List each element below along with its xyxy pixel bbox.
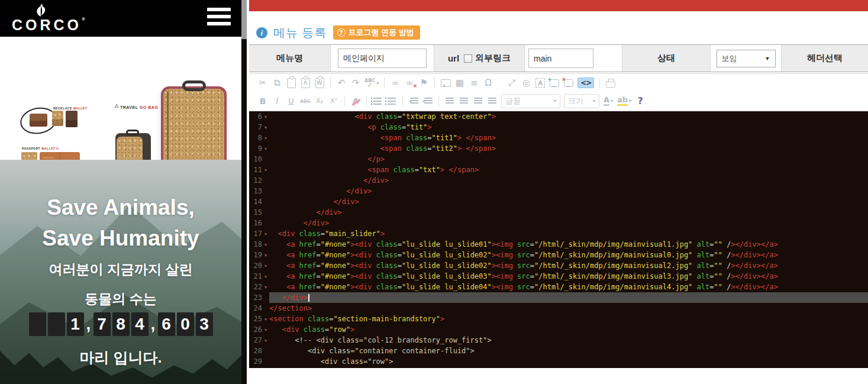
print-icon[interactable] [605,77,616,89]
strike-icon[interactable]: abc [300,95,311,107]
copy-icon[interactable]: ⧉ [272,77,282,89]
horizontal-line-icon[interactable]: ≡ [469,77,479,89]
code-line[interactable]: 20▼ <a href="#none"><div class="lu_slide… [249,260,868,271]
fold-arrow-icon[interactable]: ▼ [262,143,269,154]
code-line[interactable]: 18▼ <a href="#none"><div class="lu_slide… [249,239,868,250]
fold-arrow-icon[interactable]: ▼ [262,122,269,133]
code-line[interactable]: 10 </p> [249,154,868,164]
link-icon[interactable]: ∞ [390,77,401,89]
code-line[interactable]: 6▼ <div class="txtwrap text-center"> [249,111,868,122]
code-line[interactable]: 11▼ <span class="txt"> </span> [249,164,868,175]
line-number: 28 [249,346,262,356]
fold-arrow-icon[interactable]: ▼ [262,324,269,335]
code-line[interactable]: 30 <div class="col-12 col-xl-7 text-cent… [249,367,868,368]
unlink-icon[interactable]: ∞× [404,77,415,89]
preview-scrollbar-thumb[interactable] [241,0,247,39]
code-line[interactable]: 8▼ <span class="tit1"> </span> [249,133,868,143]
hamburger-menu-icon[interactable] [207,8,231,29]
code-line[interactable]: 19▼ <a href="#none"><div class="lu_slide… [249,250,868,260]
superscript-icon[interactable]: X² [328,95,339,107]
code-line[interactable]: 13 </div> [249,186,868,196]
fold-arrow-icon[interactable]: ▼ [262,228,269,239]
maximize-icon[interactable]: ⤢ [506,77,517,89]
code-line[interactable]: 28 <div class="container container-fluid… [249,346,868,356]
redo-icon[interactable]: ↷ [350,77,361,89]
code-line[interactable]: 29 <div class="row"> [249,356,868,367]
external-link-checkbox[interactable] [464,54,472,63]
fold-arrow-icon[interactable]: ▼ [262,314,269,324]
url-input[interactable] [528,49,593,68]
paste-text-icon[interactable]: A [300,77,311,89]
bold-icon[interactable]: B [257,95,268,107]
spellcheck-icon[interactable]: ABC✓▾ [364,77,379,89]
select-all-icon[interactable]: A [535,77,546,89]
indent-icon[interactable]: ▸ [422,95,433,107]
underline-icon[interactable]: U [286,95,296,107]
code-line[interactable]: 27▼ <!-- <div class="col-12 brandstory_r… [249,335,868,346]
fold-arrow-icon[interactable]: ▼ [262,260,269,271]
toolbar-separator [366,96,367,107]
bg-color-icon[interactable]: ab▾ [617,95,631,107]
code-line[interactable]: 21▼ <a href="#none"><div class="lu_slide… [249,271,868,282]
font-family-select[interactable]: 글꼴▾ [501,95,560,107]
fold-arrow-icon [262,346,269,356]
help-icon[interactable]: ? [635,95,646,107]
remove-format-icon[interactable]: A [350,95,361,107]
subscript-icon[interactable]: X₂ [314,95,325,107]
code-line[interactable]: 17▼ <div class="main_slider"> [249,228,868,239]
preview-scrollbar[interactable] [241,0,247,384]
italic-icon[interactable]: I [272,95,282,107]
code-line[interactable]: 16 </div> [249,218,868,228]
fold-arrow-icon[interactable]: ▼ [262,239,269,250]
outdent-icon[interactable]: ◂ [408,95,419,107]
fold-arrow-icon[interactable]: ▼ [262,282,269,292]
hero-subtitle2: 동물의 수는 [0,290,241,308]
fold-arrow-icon[interactable]: ▼ [262,164,269,175]
table-icon[interactable]: ▦ [454,77,465,89]
align-center-icon[interactable] [459,95,469,107]
fold-arrow-icon [262,196,269,207]
program-link-help-button[interactable]: ? 프로그램 연동 방법 [333,25,420,40]
fold-arrow-icon[interactable]: ▼ [262,271,269,282]
align-left-icon[interactable] [444,95,455,107]
omega-icon[interactable]: Ω [483,77,493,89]
anchor-flag-icon[interactable]: ⚑ [418,77,429,89]
undo-icon[interactable]: ↶ [336,77,347,89]
bubble-add-icon[interactable]: + [549,77,560,89]
code-line[interactable]: 7▼ <p class="tit"> [249,122,868,133]
code-area[interactable]: 6▼ <div class="txtwrap text-center">7▼ <… [249,111,868,368]
menu-name-input[interactable] [338,49,427,68]
code-line[interactable]: 22▼ <a href="#none"><div class="lu_slide… [249,282,868,292]
cut-icon[interactable]: ✂ [257,77,268,89]
text-color-icon[interactable]: A▾ [603,95,614,107]
source-button[interactable]: <> [577,77,594,89]
align-justify-icon[interactable] [487,95,498,107]
product-slider[interactable]: NECKLACE WALLET PASSPORT WALLET II ⁂ TRA… [0,37,241,160]
counter-digit-box [29,312,46,336]
code-line[interactable]: 25▼<section class="section-main-brandsto… [249,314,868,324]
align-right-icon[interactable] [473,95,483,107]
bullet-list-icon[interactable] [386,95,397,107]
fold-arrow-icon[interactable]: ▼ [262,133,269,143]
find-icon[interactable]: ◎ [521,77,531,89]
code-line[interactable]: 26▼ <div class="row"> [249,324,868,335]
code-line[interactable]: 14 </div> [249,196,868,207]
code-line[interactable]: 23 </div> [249,292,868,303]
counter-digit-box: 7 [93,312,111,336]
fold-arrow-icon [262,292,269,303]
numbered-list-icon[interactable] [372,95,383,107]
code-line[interactable]: 24</section> [249,303,868,314]
code-line[interactable]: 9▼ <span class="tit2"> </span> [249,143,868,154]
status-select[interactable]: 보임 ▼ [717,50,776,67]
image-icon[interactable] [440,77,451,89]
fold-arrow-icon[interactable]: ▼ [262,335,269,346]
fold-arrow-icon[interactable]: ▼ [262,111,269,122]
code-line[interactable]: 12 </div> [249,175,868,186]
line-number: 27 [249,335,262,346]
code-line[interactable]: 15 </div> [249,207,868,218]
bubble-remove-icon[interactable]: × [563,77,574,89]
font-size-select[interactable]: 크기▾ [564,95,599,107]
paste-word-icon[interactable]: W [314,77,325,89]
paste-icon[interactable] [286,77,296,89]
fold-arrow-icon[interactable]: ▼ [262,250,269,260]
